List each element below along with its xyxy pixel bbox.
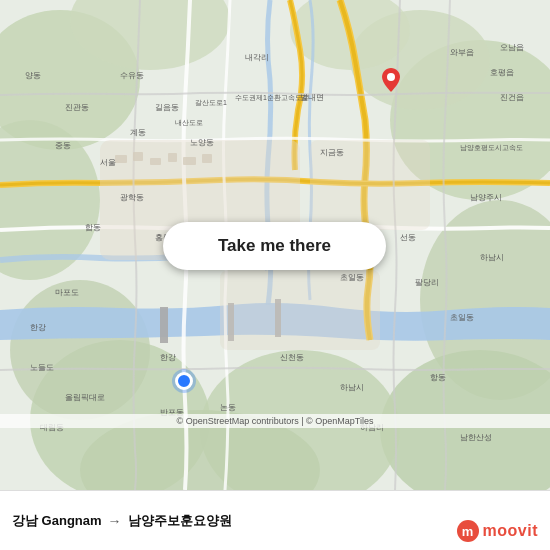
take-me-there-button[interactable]: Take me there <box>163 222 386 270</box>
svg-text:서울: 서울 <box>100 158 116 167</box>
svg-text:중동: 중동 <box>55 141 71 150</box>
svg-text:노양동: 노양동 <box>190 138 214 147</box>
svg-text:길음동: 길음동 <box>155 103 179 112</box>
svg-text:하남시: 하남시 <box>340 383 364 392</box>
svg-text:하남시: 하남시 <box>480 253 504 262</box>
svg-text:팔당리: 팔당리 <box>415 278 439 287</box>
svg-text:와부읍: 와부읍 <box>450 48 474 57</box>
moovit-logo: m moovit <box>457 520 538 542</box>
svg-text:수유동: 수유동 <box>120 71 144 80</box>
user-location-dot <box>175 372 193 390</box>
svg-text:논동: 논동 <box>220 403 236 412</box>
svg-rect-19 <box>115 155 127 163</box>
svg-text:항동: 항동 <box>430 373 446 382</box>
svg-text:광학동: 광학동 <box>120 193 144 202</box>
svg-text:내산도로: 내산도로 <box>175 119 203 126</box>
route-arrow-icon: → <box>108 513 122 529</box>
svg-text:갈산도로1: 갈산도로1 <box>195 99 227 106</box>
svg-text:노들도: 노들도 <box>30 363 54 372</box>
svg-text:호평읍: 호평읍 <box>490 68 514 77</box>
svg-text:수도권제1순환고속도로: 수도권제1순환고속도로 <box>235 94 309 102</box>
map-attribution: © OpenStreetMap contributors | © OpenMap… <box>0 414 550 428</box>
svg-rect-24 <box>202 154 212 163</box>
moovit-icon: m <box>457 520 479 542</box>
svg-text:남양호평도시고속도: 남양호평도시고속도 <box>460 144 523 152</box>
svg-text:남양주시: 남양주시 <box>470 193 502 202</box>
svg-text:마포도: 마포도 <box>55 288 79 297</box>
svg-rect-20 <box>133 152 143 161</box>
svg-text:합동: 합동 <box>85 223 101 232</box>
svg-text:초일동: 초일동 <box>340 273 364 282</box>
svg-text:오남읍: 오남읍 <box>500 43 524 52</box>
svg-text:한강: 한강 <box>30 323 46 332</box>
svg-text:계동: 계동 <box>130 128 146 137</box>
svg-text:지금동: 지금동 <box>320 148 344 157</box>
svg-text:남한산성: 남한산성 <box>460 433 492 442</box>
svg-rect-13 <box>160 307 168 343</box>
map-container: 양동 진관동 수유동 중동 서울 광학동 합동 홍릉천 마포도 한강 노들도 올… <box>0 0 550 490</box>
bottom-bar: 강남 Gangnam → 남양주보훈요양원 m moovit <box>0 490 550 550</box>
svg-text:내각리: 내각리 <box>245 53 269 62</box>
svg-rect-23 <box>183 157 196 165</box>
svg-rect-21 <box>150 158 161 165</box>
svg-text:선동: 선동 <box>400 233 416 242</box>
svg-text:양동: 양동 <box>25 71 41 80</box>
svg-text:신천동: 신천동 <box>280 353 304 362</box>
svg-rect-22 <box>168 153 177 162</box>
svg-text:초일동: 초일동 <box>450 313 474 322</box>
route-to-label: 남양주보훈요양원 <box>128 512 232 530</box>
destination-marker <box>382 68 398 88</box>
moovit-text: moovit <box>483 522 538 540</box>
svg-text:진관동: 진관동 <box>65 103 89 112</box>
svg-point-66 <box>387 73 395 81</box>
svg-rect-17 <box>220 270 380 350</box>
route-from-label: 강남 Gangnam <box>12 512 102 530</box>
svg-text:진건읍: 진건읍 <box>500 93 524 102</box>
svg-text:한강: 한강 <box>160 353 176 362</box>
svg-text:올림픽대로: 올림픽대로 <box>65 393 105 402</box>
